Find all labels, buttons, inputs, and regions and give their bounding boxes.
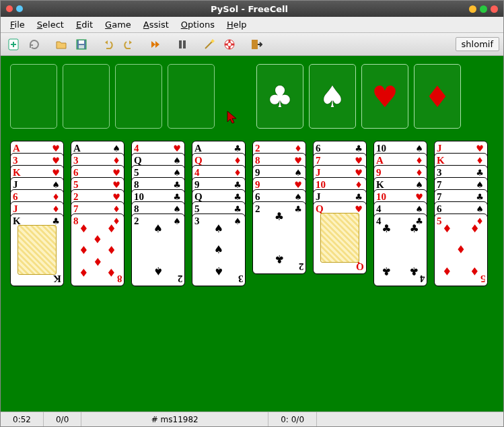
menu-assist[interactable]: Assist (138, 18, 174, 31)
diamond-icon: ♦ (112, 156, 120, 166)
menu-edit[interactable]: Edit (71, 18, 98, 31)
redo-button[interactable] (119, 36, 138, 53)
save-button[interactable] (72, 36, 91, 53)
spade-icon: ♠ (294, 168, 302, 178)
card-8-diamond[interactable]: 8♦8♦♦♦♦♦♦♦♦ (71, 214, 124, 286)
menu-game[interactable]: Game (100, 18, 137, 31)
spade-icon: ♠ (476, 180, 484, 190)
restart-button[interactable] (25, 36, 44, 53)
status-spacer (317, 412, 503, 426)
window-menu-dots[interactable] (6, 5, 23, 12)
club-icon: ♣ (266, 79, 293, 114)
card-pips: ♣♣♣♣ (380, 224, 421, 276)
titlebar[interactable]: PySol - FreeCell (1, 1, 503, 17)
autodrop-button[interactable] (146, 36, 165, 53)
freecell-slot-3[interactable] (115, 64, 162, 129)
fastforward-icon (149, 38, 161, 51)
player-name[interactable]: shlomif (456, 37, 499, 51)
freecell-slot-2[interactable] (63, 64, 110, 129)
heart-icon: ♥ (294, 156, 302, 166)
spade-icon: ♠ (415, 143, 423, 154)
card-2-spade[interactable]: 2♠2♠♠ (131, 214, 185, 286)
open-button[interactable] (52, 36, 71, 53)
svg-rect-5 (183, 40, 186, 48)
status-redeals: 0: 0/0 (268, 412, 317, 426)
spade-icon: ♠ (294, 192, 302, 202)
club-icon: ♣ (476, 168, 484, 178)
tableau-column-8[interactable]: J♥K♦3♣7♠7♣6♠5♦5♦♦♦♦♦ (434, 141, 488, 286)
club-icon: ♣ (233, 204, 242, 214)
hint-button[interactable] (200, 36, 219, 53)
diamond-icon: ♦ (476, 156, 484, 166)
card-Q-heart[interactable]: Q♥Q (313, 201, 367, 274)
foundation-club[interactable]: ♣ (256, 64, 303, 129)
menu-options[interactable]: Options (176, 18, 220, 31)
toolbar: shlomif (1, 33, 503, 56)
close-button[interactable] (491, 5, 498, 13)
freecell-slot-1[interactable] (10, 64, 57, 129)
card-5-diamond[interactable]: 5♦5♦♦♦♦♦ (434, 214, 488, 286)
heart-icon: ♥ (355, 168, 363, 178)
exit-icon (250, 38, 262, 51)
spade-icon: ♠ (476, 204, 484, 214)
heart-icon: ♥ (355, 156, 363, 166)
face-card-art (320, 213, 359, 263)
diamond-icon: ♦ (233, 156, 242, 166)
redo-icon (122, 38, 135, 51)
card-pips: ♦♦♦♦♦ (440, 224, 482, 276)
card-3-spade[interactable]: 3♠3♠♠♠ (192, 214, 246, 286)
foundation-spade[interactable]: ♠ (309, 64, 356, 129)
maximize-button[interactable] (480, 5, 487, 13)
tableau-column-1[interactable]: A♥3♥K♥J♠6♦J♦K♣K (10, 141, 64, 286)
tableau-column-2[interactable]: A♠3♦6♥5♥2♥7♦8♦8♦♦♦♦♦♦♦♦ (71, 141, 124, 286)
card-2-club[interactable]: 2♣2♣♣ (252, 201, 306, 274)
diamond-icon: ♦ (424, 79, 450, 114)
status-game-id: # ms11982 (81, 412, 268, 426)
plus-card-icon (8, 38, 20, 51)
heart-icon: ♥ (415, 192, 423, 202)
play-area[interactable]: ♣♠♥♦ A♥3♥K♥J♠6♦J♦K♣KA♠3♦6♥5♥2♥7♦8♦8♦♦♦♦♦… (1, 56, 503, 412)
undo-icon (102, 38, 114, 51)
card-pips: ♦♦♦♦♦♦♦♦ (77, 224, 118, 276)
rules-button[interactable] (220, 36, 239, 53)
foundation-heart[interactable]: ♥ (361, 64, 408, 129)
foundation-diamond[interactable]: ♦ (414, 64, 461, 129)
quit-button[interactable] (247, 36, 266, 53)
menu-file[interactable]: File (5, 18, 30, 31)
tableau-column-4[interactable]: A♣Q♦4♦9♣Q♣5♣3♠3♠♠♠ (192, 141, 246, 286)
heart-icon: ♥ (52, 143, 60, 154)
minimize-button[interactable] (469, 5, 476, 13)
undo-button[interactable] (99, 36, 118, 53)
svg-rect-4 (179, 40, 182, 48)
club-icon: ♣ (476, 192, 484, 202)
card-K-club[interactable]: K♣K (10, 214, 64, 286)
menubar: File Select Edit Game Assist Options Hel… (1, 17, 503, 33)
pause-button[interactable] (173, 36, 192, 53)
diamond-icon: ♦ (415, 156, 423, 166)
card-pips: ♠♠ (137, 224, 179, 276)
heart-icon: ♥ (173, 143, 181, 154)
lifebuoy-icon (223, 38, 236, 51)
dot-icon (16, 5, 23, 12)
heart-icon: ♥ (112, 168, 120, 178)
club-icon: ♣ (173, 192, 181, 202)
spade-icon: ♠ (112, 143, 120, 154)
tableau-column-6[interactable]: 6♣7♥J♥10♦J♣Q♥Q (313, 141, 367, 274)
folder-icon (55, 38, 67, 51)
app-window: PySol - FreeCell File Select Edit Game A… (0, 0, 504, 427)
heart-icon: ♥ (52, 168, 60, 178)
card-4-club[interactable]: 4♣4♣♣♣♣ (373, 214, 427, 286)
tableau-column-7[interactable]: 10♠A♦9♦K♠10♥4♠4♣4♣♣♣♣ (373, 141, 427, 286)
heart-icon: ♥ (294, 180, 302, 190)
tableau-column-3[interactable]: 4♥Q♠5♠8♣10♣8♠2♠2♠♠ (131, 141, 185, 286)
spade-icon: ♠ (173, 168, 181, 178)
foundations: ♣♠♥♦ (256, 64, 461, 129)
club-icon: ♣ (355, 143, 363, 154)
diamond-icon: ♦ (415, 168, 423, 178)
menu-help[interactable]: Help (221, 18, 252, 31)
tableau-column-5[interactable]: 2♦8♥9♠9♥6♠2♣2♣♣ (252, 141, 306, 274)
new-game-button[interactable] (5, 36, 24, 53)
floppy-icon (75, 38, 87, 51)
menu-select[interactable]: Select (32, 18, 69, 31)
freecell-slot-4[interactable] (168, 64, 215, 129)
